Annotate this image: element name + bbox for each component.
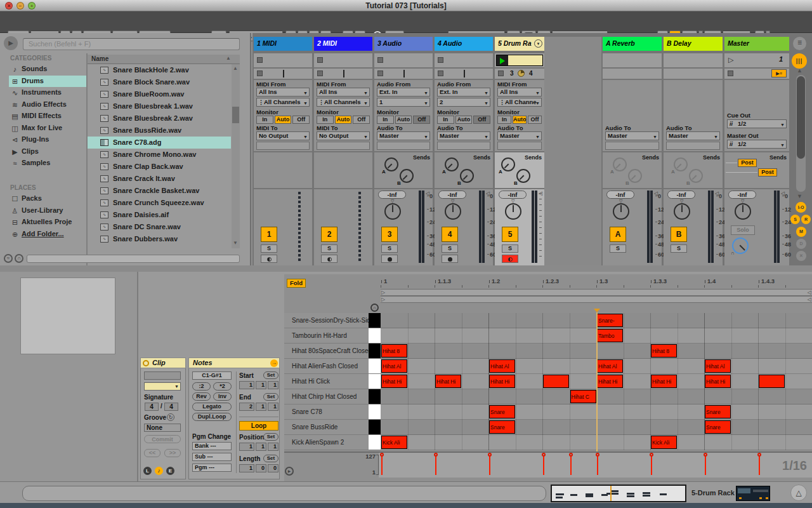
track-title-2[interactable]: 2 MIDI bbox=[314, 37, 372, 51]
length-beats[interactable]: 0 bbox=[256, 464, 266, 472]
clip-stop-button[interactable] bbox=[377, 70, 383, 76]
loop-brace-lower[interactable]: ▷◁ bbox=[381, 296, 812, 303]
back-to-arrangement-button[interactable]: ▶≡ bbox=[771, 69, 787, 77]
sidebar-item-place-2[interactable]: ⊟Aktuelles Proje bbox=[9, 217, 86, 228]
file-list-row[interactable]: Snare C78.adg bbox=[88, 137, 231, 149]
velocity-stem[interactable] bbox=[570, 456, 572, 475]
volume-display[interactable]: -Inf bbox=[606, 190, 634, 199]
monitor-in-button[interactable]: In bbox=[317, 116, 334, 124]
pan-knob[interactable] bbox=[384, 203, 401, 220]
start-bars[interactable]: 1 bbox=[239, 381, 254, 389]
midi-note[interactable]: Hihat Al bbox=[705, 359, 731, 373]
device-chain-preview[interactable] bbox=[736, 486, 770, 501]
velocity-marker[interactable] bbox=[757, 453, 761, 457]
show-io-toggle[interactable]: I-O bbox=[796, 202, 806, 213]
start-sixteenths[interactable]: 1 bbox=[268, 381, 278, 389]
midi-note[interactable]: Hihat Al bbox=[489, 359, 515, 373]
loop-brace-upper[interactable]: ▷◁ bbox=[381, 289, 812, 296]
ruler-label[interactable]: 1.2.3 bbox=[546, 277, 559, 284]
drum-lane-name[interactable]: Hihat AlienFash Closed bbox=[284, 359, 369, 374]
monitor-auto-button[interactable]: Auto bbox=[455, 116, 473, 124]
midi-note[interactable]: Hihat 8 bbox=[381, 344, 407, 358]
track-activator-button[interactable]: B bbox=[671, 227, 687, 242]
track-title-4[interactable]: 4 Audio bbox=[435, 37, 493, 51]
midi-note[interactable]: Hihat Hi bbox=[597, 375, 623, 388]
monitor-in-button[interactable]: In bbox=[256, 116, 273, 124]
track-activator-button[interactable]: 5 bbox=[502, 227, 518, 242]
pan-knob[interactable] bbox=[613, 203, 629, 220]
ruler-label[interactable]: 1.4.3 bbox=[761, 277, 775, 284]
envelopes-box-toggle[interactable]: E bbox=[166, 467, 174, 475]
velocity-marker[interactable] bbox=[434, 453, 438, 457]
session-scrollbar-thumb[interactable] bbox=[797, 76, 805, 159]
notes-box-toggle[interactable]: ♪ bbox=[155, 467, 163, 475]
midi-note[interactable]: Hihat Hi bbox=[435, 375, 461, 388]
input-channel-chooser[interactable]: 2▼ bbox=[437, 98, 490, 107]
scroll-up-icon[interactable]: ▲ bbox=[233, 65, 238, 71]
clip-stop-button[interactable] bbox=[498, 70, 504, 76]
arm-button[interactable] bbox=[261, 255, 277, 263]
drum-lane-key[interactable] bbox=[369, 328, 381, 344]
groove-chooser[interactable]: None bbox=[144, 424, 181, 432]
pan-knob[interactable] bbox=[445, 203, 461, 220]
arm-button[interactable] bbox=[381, 255, 398, 263]
input-type-chooser[interactable]: All Ins▼ bbox=[317, 88, 370, 97]
midi-note[interactable]: Kick Ali bbox=[381, 436, 407, 449]
sidebar-item-place-1[interactable]: ♙User-Library bbox=[9, 205, 86, 217]
scrollbar-thumb[interactable] bbox=[232, 107, 239, 123]
position-set-button[interactable]: Set bbox=[263, 433, 278, 441]
double-time-button[interactable]: *2 bbox=[213, 382, 232, 391]
arm-button[interactable] bbox=[502, 255, 518, 263]
file-list-row[interactable]: ∿Snare BussRide.wav bbox=[88, 124, 231, 137]
input-type-chooser[interactable]: All Ins▼ bbox=[497, 88, 542, 97]
sidebar-item-category-6[interactable]: ⊲Plug-Ins bbox=[9, 134, 86, 145]
sidebar-item-place-0[interactable]: ☐Packs bbox=[9, 193, 86, 204]
sidebar-item-place-3[interactable]: ⊕Add Folder... bbox=[9, 229, 86, 240]
velocity-marker[interactable] bbox=[542, 453, 546, 457]
solo-cue-toggle[interactable]: Solo bbox=[731, 225, 755, 235]
drum-lane-key[interactable] bbox=[369, 389, 381, 404]
solo-button[interactable]: S bbox=[442, 244, 458, 253]
reverse-button[interactable]: Rev bbox=[192, 392, 211, 401]
midi-note[interactable]: Hihat Hi bbox=[705, 375, 731, 388]
arm-button[interactable] bbox=[442, 255, 458, 263]
monitor-off-button[interactable]: Off bbox=[528, 116, 542, 124]
arrangement-view-selector-icon[interactable]: ≡ bbox=[793, 37, 806, 50]
file-list-row[interactable]: ∿Snare Clap Back.wav bbox=[88, 161, 231, 173]
monitor-in-button[interactable]: In bbox=[377, 116, 394, 124]
file-list-row[interactable]: ∿Snare Block Snare.wav bbox=[88, 76, 231, 88]
track-activator-button[interactable]: 2 bbox=[321, 227, 337, 242]
output-chooser[interactable]: Master▼ bbox=[605, 131, 659, 140]
midi-note[interactable]: Hihat Hi bbox=[651, 375, 677, 388]
velocity-marker[interactable] bbox=[596, 453, 599, 457]
ruler-label[interactable]: 1.1.3 bbox=[438, 277, 451, 284]
bank-chooser[interactable]: Bank --- bbox=[192, 442, 232, 450]
clip-stop-button[interactable] bbox=[257, 70, 263, 76]
end-sixteenths[interactable]: 1 bbox=[268, 403, 278, 411]
volume-display[interactable]: -Inf bbox=[378, 190, 406, 199]
file-list-header[interactable]: Name ▲ bbox=[88, 55, 240, 64]
clip-color-chooser[interactable]: ▼ bbox=[144, 382, 181, 391]
velocity-stem[interactable] bbox=[543, 456, 544, 475]
velocity-stem[interactable] bbox=[705, 456, 706, 475]
file-list-row[interactable]: ∿Snare DC Snare.wav bbox=[88, 221, 231, 233]
midi-note[interactable]: Kick Ali bbox=[651, 436, 677, 449]
track-title-5[interactable]: 5 Drum Ra▼ bbox=[495, 37, 544, 51]
drum-lane-name[interactable]: Hihat Hi Click bbox=[284, 374, 369, 389]
velocity-marker[interactable] bbox=[704, 453, 707, 457]
duplicate-loop-button[interactable]: Dupl.Loop bbox=[192, 413, 232, 421]
end-beats[interactable]: 1 bbox=[256, 403, 266, 411]
sidebar-item-category-4[interactable]: ▤MIDI Effects bbox=[9, 110, 86, 122]
send-b-knob[interactable] bbox=[516, 169, 530, 183]
input-channel-chooser[interactable]: All Channe▼⋮ bbox=[497, 98, 542, 107]
sidebar-item-category-5[interactable]: ◫Max for Live bbox=[9, 123, 86, 134]
clip-stop-button[interactable] bbox=[317, 57, 323, 63]
cue-send-b-post-button[interactable]: Post bbox=[758, 168, 777, 177]
drum-lane-key[interactable] bbox=[369, 435, 381, 450]
clip-stop-button[interactable] bbox=[438, 70, 443, 76]
pan-knob[interactable] bbox=[505, 203, 521, 220]
show-crossfader-toggle[interactable]: ✕ bbox=[796, 251, 806, 261]
show-hide-detail-button[interactable]: △ bbox=[790, 485, 807, 501]
file-list-scrollbar[interactable] bbox=[232, 64, 240, 248]
velocity-stem[interactable] bbox=[651, 456, 652, 475]
